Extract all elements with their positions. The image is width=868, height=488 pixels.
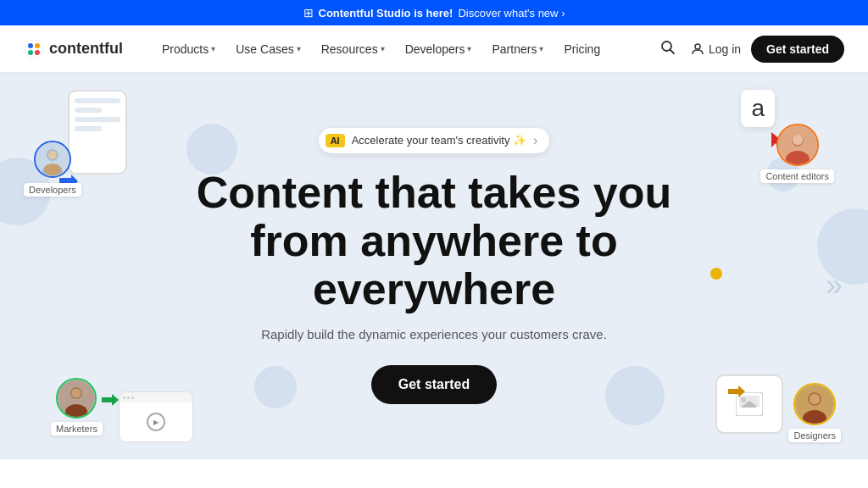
ai-text: Accelerate your team's creativity ✨ [352, 134, 526, 147]
browser-bar [120, 392, 192, 402]
marketer-avatar-svg [58, 380, 95, 417]
green-arrow-icon [102, 392, 119, 410]
svg-point-18 [793, 135, 803, 145]
banner-grid-icon: ⊞ [303, 6, 314, 19]
designer-avatar-svg [795, 385, 834, 424]
svg-line-6 [670, 50, 674, 54]
svg-point-32 [810, 394, 820, 404]
logo-text: contentful [49, 40, 123, 58]
yellow-arrow-icon [728, 384, 745, 402]
hero-cta-button[interactable]: Get started [371, 365, 497, 404]
editor-avatar [776, 124, 819, 166]
svg-marker-19 [102, 394, 119, 406]
svg-point-0 [25, 40, 43, 58]
hero-title: Content that takes you from anywhere to … [197, 169, 672, 314]
phone-line-4 [75, 126, 102, 131]
image-card [715, 374, 783, 434]
chevron-icon: ▾ [211, 44, 215, 53]
hero-section: Developers AI Accelerate your team's cre… [0, 73, 868, 459]
float-editors: Content editors [760, 124, 834, 183]
svg-marker-28 [728, 385, 745, 397]
ai-badge[interactable]: AI Accelerate your team's creativity ✨ › [319, 128, 550, 153]
chevron-icon: ▾ [467, 44, 471, 53]
browser-dot-3 [131, 396, 134, 399]
banner-link[interactable]: Discover what's new › [458, 7, 565, 19]
ai-arrow-icon: › [533, 133, 537, 148]
nav-links: Products ▾ Use Cases ▾ Resources ▾ Devel… [153, 37, 635, 61]
float-marketers: Marketers [51, 378, 103, 435]
svg-point-13 [44, 164, 61, 175]
browser-dot-1 [123, 396, 125, 399]
ai-label: AI [326, 134, 345, 147]
marketer-avatar [56, 378, 97, 419]
login-icon [691, 42, 704, 56]
svg-point-23 [72, 389, 81, 398]
nav-developers[interactable]: Developers ▾ [397, 37, 481, 61]
phone-line-1 [75, 98, 120, 103]
banner-arrow: › [561, 7, 565, 19]
float-designers: Designers [788, 383, 841, 442]
navbar: contentful Products ▾ Use Cases ▾ Resour… [0, 25, 868, 73]
svg-point-2 [35, 43, 40, 48]
svg-point-3 [28, 50, 33, 55]
browser-mockup: ▶ [119, 391, 193, 442]
developer-avatar [34, 141, 71, 178]
nav-actions: Log in Get started [655, 35, 844, 63]
nav-products[interactable]: Products ▾ [153, 37, 224, 61]
login-button[interactable]: Log in [691, 42, 741, 56]
yellow-dot [710, 268, 722, 280]
search-icon [660, 40, 676, 55]
svg-point-4 [35, 50, 40, 55]
svg-point-12 [48, 151, 57, 159]
browser-dot-2 [127, 396, 130, 399]
phone-line-2 [75, 108, 102, 113]
top-banner: ⊞ Contentful Studio is here! Discover wh… [0, 0, 868, 25]
play-button-icon: ▶ [147, 413, 165, 431]
chevron-icon: ▾ [297, 44, 301, 53]
chevron-icon: ▾ [539, 44, 543, 53]
logo[interactable]: contentful [24, 39, 123, 59]
designer-avatar [793, 383, 836, 425]
nav-pricing[interactable]: Pricing [555, 37, 609, 61]
editors-label: Content editors [760, 169, 834, 183]
nav-partners[interactable]: Partners ▾ [483, 37, 552, 61]
a-card: a [741, 90, 775, 127]
marketers-label: Marketers [51, 422, 103, 435]
designers-label: Designers [788, 429, 841, 442]
search-button[interactable] [655, 35, 681, 63]
nav-resources[interactable]: Resources ▾ [313, 37, 393, 61]
svg-point-7 [695, 44, 700, 49]
chevron-icon: ▾ [381, 44, 385, 53]
nav-use-cases[interactable]: Use Cases ▾ [227, 37, 309, 61]
phone-line-3 [75, 117, 120, 122]
editor-avatar-svg [778, 125, 817, 164]
double-chevron-icon: » [826, 268, 843, 303]
hero-subtitle: Rapidly build the dynamic experiences yo… [261, 327, 607, 341]
svg-point-1 [28, 43, 33, 48]
get-started-nav-button[interactable]: Get started [751, 36, 844, 63]
developers-label: Developers [24, 183, 81, 197]
developer-avatar-svg [36, 142, 70, 176]
float-developers: Developers [24, 141, 81, 197]
browser-body: ▶ [120, 402, 192, 441]
logo-icon [24, 39, 44, 59]
banner-prefix: Contentful Studio is here! [319, 7, 453, 19]
